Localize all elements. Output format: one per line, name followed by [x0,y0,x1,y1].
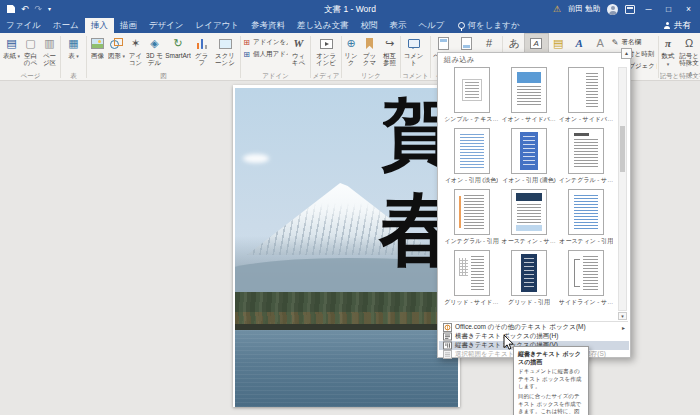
tab-review[interactable]: 校閲 [354,18,383,33]
table-icon: ▦ [68,36,78,51]
gallery-item-sideline-sidebar[interactable]: サイドライン - サイドバー [558,250,615,311]
bookmark-icon [366,36,373,51]
chart-button[interactable]: グラフ [192,34,211,71]
tab-design[interactable]: デザイン [143,18,190,33]
comment-button[interactable]: コメント [402,34,425,71]
wordart-icon: A [575,36,582,51]
ribbon-display-options-icon[interactable] [625,5,635,14]
maximize-button[interactable]: □ [662,0,675,18]
gallery-item-grid-quote[interactable]: グリッド - 引用 [500,250,557,311]
gallery-item-ion-sidebar-1[interactable]: イオン - サイドバー 1 [500,67,557,128]
signature-line-icon: ✎ [611,38,620,47]
cover-page-icon: ▤ [6,36,16,51]
textbox-thumbnail [511,128,547,174]
horizontal-textbox-icon [443,332,452,341]
tab-mailings[interactable]: 差し込み文書 [291,18,354,33]
save-icon[interactable] [7,5,15,13]
tab-help[interactable]: ヘルプ [412,18,450,33]
tab-home[interactable]: ホーム [47,18,85,33]
comment-icon [408,36,420,51]
signature-line-button[interactable]: ✎署名欄 [611,37,657,48]
my-addins-button[interactable]: ⊞個人用アドイン [242,49,288,60]
tell-me-box[interactable]: 何をしますか [451,18,527,33]
cross-reference-button[interactable]: ↪相互参照 [380,34,399,71]
chart-icon [196,36,208,51]
equation-button[interactable]: π数式 [660,34,677,71]
wikipedia-button[interactable]: Wウィキペディア [288,34,309,71]
gallery-item-integral-quote[interactable]: インテグラル - 引用 [443,189,500,250]
close-button[interactable]: × [682,0,695,18]
group-label: 表 [62,71,85,80]
tell-me-label: 何をしますか [468,20,520,32]
gallery-item-integral-sidebar[interactable]: インテグラル - サイドバー [558,128,615,189]
get-addins-button[interactable]: ⊞アドインを入手 [242,37,288,48]
group-label: メディア [312,71,340,80]
share-label: 共有 [674,20,691,32]
ribbon-group-illustrations: 画像 図形 ✶アイコン ◈3D モデル ↻SmartArt グラフ スクリーンシ… [88,34,239,80]
gallery-item-austin-sidebar[interactable]: オースティン - サイドバー [500,189,557,250]
tab-layout[interactable]: レイアウト [190,18,246,33]
minimize-button[interactable]: ─ [642,0,655,18]
blank-page-button[interactable]: ▢空白のページ [21,34,40,71]
undo-icon[interactable]: ↶ [21,5,29,14]
window-title: 文書 1 - Word [324,0,376,18]
page-break-button[interactable]: ▥ページ区切り [40,34,59,71]
warning-icon[interactable]: ⚠ [553,5,561,14]
qat-customize-icon[interactable]: ▾ [48,6,51,12]
gallery-item-simple-text-box[interactable]: シンプル - テキスト ボ... [443,67,500,128]
online-video-icon [320,36,333,51]
tell-me-icon [458,22,465,29]
tab-view[interactable]: 表示 [383,18,412,33]
shapes-button[interactable]: 図形 [107,34,126,71]
tab-file[interactable]: ファイル [0,18,47,33]
link-button[interactable]: ⊕リンク [343,34,359,71]
wikipedia-icon: W [294,36,304,51]
gallery-scrollbar-thumb[interactable] [620,126,625,172]
group-label: 記号と特殊文字 [660,71,700,80]
gallery-item-grid-sidebar[interactable]: グリッド - サイドバー [443,250,500,311]
gallery-more-icon[interactable] [618,312,627,320]
gallery-item-ion-quote-light[interactable]: イオン - 引用 (淡色) [443,128,500,189]
redo-icon: ↷ [35,5,43,14]
share-button[interactable]: 共有 [654,18,700,33]
icons-button[interactable]: ✶アイコン [126,34,145,71]
text-box-icon: A [530,36,542,51]
online-video-button[interactable]: オンラインビデオ [312,34,340,71]
gallery-item-ion-sidebar-2[interactable]: イオン - サイドバー 2 [558,67,615,128]
pictures-button[interactable]: 画像 [88,34,107,71]
photo-lake [235,330,458,407]
gallery-item-ion-quote-dark[interactable]: イオン - 引用 (濃色) [500,128,557,189]
gallery-item-austin-quote[interactable]: オースティン - 引用 [558,189,615,250]
ribbon-group-addins: ⊞アドインを入手 ⊞個人用アドイン Wウィキペディア アドイン [242,34,309,80]
avatar[interactable] [607,4,618,15]
collapse-ribbon-icon[interactable]: ∧ [688,70,693,78]
screenshot-button[interactable]: スクリーンショット [211,34,239,71]
gallery-scrollbar[interactable] [618,67,627,311]
document-page[interactable]: 賀 春 [233,85,460,407]
blank-page-icon: ▢ [25,36,35,51]
tab-insert[interactable]: 挿入 [85,18,114,33]
save-to-gallery-icon [443,350,452,359]
menu-item-draw-horizontal-textbox[interactable]: 横書きテキスト ボックスの描画(H) [439,332,629,341]
cover-page-button[interactable]: ▤表紙 [2,34,21,71]
tab-draw[interactable]: 描画 [114,18,143,33]
symbol-button[interactable]: Ω記号と特殊文字 [677,34,700,71]
quick-access-toolbar: ↶ ↷ ▾ [0,5,51,14]
table-button[interactable]: ▦表 [62,34,85,71]
textbox-thumbnail [511,67,547,113]
word-window: ↶ ↷ ▾ 文書 1 - Word ⚠ 前田 勉助 ─ □ × ファイル ホーム… [0,0,700,415]
smartart-button[interactable]: ↻SmartArt [164,34,192,71]
gallery-scroll-up-icon[interactable] [621,48,632,59]
menu-item-officecom-more[interactable]: Office.com のその他のテキスト ボックス(M) [439,323,629,332]
3d-models-button[interactable]: ◈3D モデル [145,34,164,71]
photo-forest [235,292,458,326]
person-icon [663,22,671,30]
tab-references[interactable]: 参考資料 [245,18,291,33]
ribbon-group-media: オンラインビデオ メディア [312,34,340,80]
bookmark-button[interactable]: ブックマーク [359,34,380,71]
group-label: リンク [343,71,399,80]
page-number-icon: # [486,36,492,51]
textbox-thumbnail [454,250,490,296]
my-addins-icon: ⊞ [242,50,251,59]
textbox-thumbnail [568,250,604,296]
